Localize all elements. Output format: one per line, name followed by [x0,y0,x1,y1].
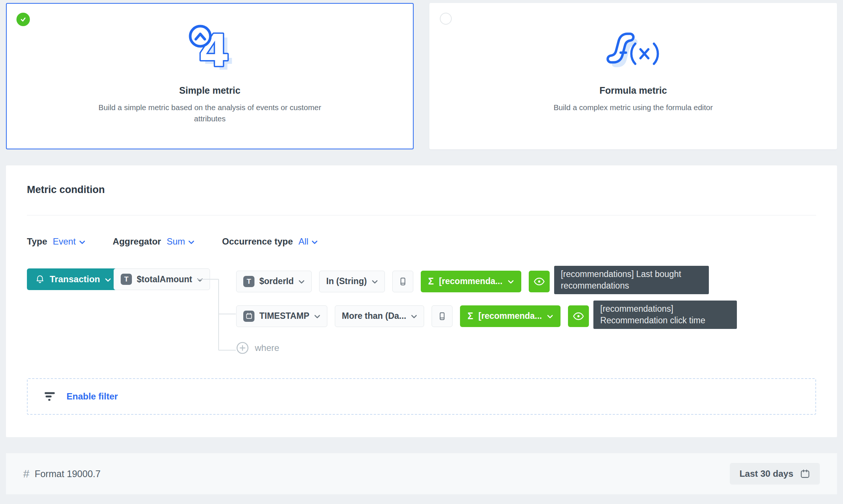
filter-icon [44,392,55,401]
row-operator-dropdown[interactable]: More than (Da... [335,305,424,327]
preview-eye-button[interactable] [568,305,589,327]
selected-check-icon [16,13,30,26]
plus-circle-icon [236,342,249,354]
occurrence-type-selector: Occurrence type All [222,236,318,247]
chevron-down-icon [314,315,320,318]
chevron-down-icon [411,315,417,318]
calendar-icon [246,312,253,320]
chevron-down-icon [188,240,194,244]
metric-type-cards: 4 4 Simple metric Build a simple metric … [0,0,843,149]
chevron-down-icon [547,315,553,318]
card-title: Simple metric [179,85,241,96]
tree-connector [197,268,237,363]
suggestion-book-button[interactable] [432,305,453,327]
formula-metric-icon [602,22,664,75]
preview-eye-button[interactable] [529,271,550,292]
card-formula-metric[interactable]: Formula metric Build a complex metric us… [429,3,837,149]
occurrence-type-label: Occurrence type [222,236,293,247]
footer-bar: # Format 19000.7 Last 30 days [6,453,837,494]
row-value-dropdown[interactable]: Σ [recommenda... [421,271,521,292]
text-type-badge: T [243,276,254,287]
date-range-button[interactable]: Last 30 days [730,463,820,485]
chevron-down-icon [312,240,318,244]
panel-title: Metric condition [27,184,816,196]
radio-unselected-icon[interactable] [440,13,452,25]
aggregator-selector: Aggregator Sum [113,236,195,247]
where-label: where [255,343,279,353]
metric-builder-page: 4 4 Simple metric Build a simple metric … [0,0,843,504]
enable-filter-button[interactable]: Enable filter [27,378,816,415]
attribute-dropdown[interactable]: T $totalAmount [114,268,210,290]
condition-row: T $orderId In (String) Σ [recommenda [236,268,709,294]
row-operator-dropdown[interactable]: In (String) [319,271,385,292]
eye-icon [534,277,545,286]
format-label: Format 19000.7 [35,469,101,479]
bell-icon [35,274,45,284]
book-icon [398,277,407,286]
metric-condition-panel: Metric condition Type Event Aggregator S… [6,165,837,437]
condition-builder: Transaction T $totalAmount T $orderId [27,268,816,363]
row-attribute-dropdown[interactable]: T $orderId [236,271,312,292]
condition-row: TIMESTAMP More than (Da... Σ [recommenda… [236,303,737,329]
card-description: Build a complex metric using the formula… [553,102,713,113]
divider [27,215,816,215]
hash-icon: # [23,467,30,480]
type-value-dropdown[interactable]: Event [53,236,85,247]
chevron-down-icon [508,280,514,284]
calendar-icon [800,469,810,479]
chevron-down-icon [79,240,85,244]
eye-icon [573,312,584,320]
aggregator-label: Aggregator [113,236,161,247]
chevron-down-icon [372,280,378,284]
date-range-label: Last 30 days [739,469,793,479]
tooltip: [recommendations] Last bought recommenda… [554,266,709,294]
add-where-condition[interactable]: where [236,342,279,354]
card-simple-metric[interactable]: 4 4 Simple metric Build a simple metric … [6,3,414,149]
row-value-dropdown[interactable]: Σ [recommenda... [460,305,561,327]
card-title: Formula metric [599,85,667,96]
event-dropdown[interactable]: Transaction [27,268,119,290]
type-label: Type [27,236,47,247]
book-icon [438,312,447,321]
text-type-badge: T [121,274,132,285]
sigma-icon: Σ [467,311,473,321]
sigma-icon: Σ [428,276,434,287]
type-selector: Type Event [27,236,85,247]
chevron-down-icon [105,278,111,282]
suggestion-book-button[interactable] [392,271,413,292]
row-attribute-dropdown[interactable]: TIMESTAMP [236,305,327,327]
chevron-down-icon [299,280,305,284]
occurrence-value-dropdown[interactable]: All [299,236,318,247]
enable-filter-label: Enable filter [67,391,118,402]
calendar-type-badge [243,311,254,322]
simple-metric-icon: 4 4 [186,22,234,75]
format-display: # Format 19000.7 [23,467,101,480]
aggregator-value-dropdown[interactable]: Sum [167,236,194,247]
tooltip: [recommendations] Recommendation click t… [593,301,737,329]
card-description: Build a simple metric based on the analy… [98,102,322,124]
selector-row: Type Event Aggregator Sum Occurrence typ… [27,236,816,247]
